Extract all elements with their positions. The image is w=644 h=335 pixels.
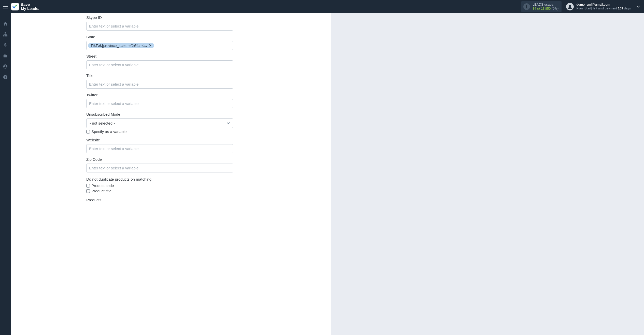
plan-days: 169 <box>618 7 623 10</box>
dedupe-product-code-row[interactable]: Product code <box>86 183 257 188</box>
state-chip[interactable]: TikTok | province_state: «California» ✕ <box>88 43 154 48</box>
logo[interactable] <box>11 3 19 10</box>
svg-point-14 <box>5 65 6 67</box>
sidebar-item-help[interactable]: ? <box>2 74 9 81</box>
field-twitter: Twitter <box>11 93 331 108</box>
label-products: Products <box>86 198 257 202</box>
field-website: Website <box>11 138 331 153</box>
user-email: demo_sml@gmail.com <box>576 3 631 7</box>
home-icon <box>3 21 8 26</box>
usage-stats: 34 of 13'850 (0%) <box>533 7 558 11</box>
input-street[interactable] <box>86 60 233 69</box>
dedupe-options: Product code Product title <box>11 183 331 193</box>
label-product-title[interactable]: Product title <box>91 189 111 193</box>
sidebar-item-home[interactable] <box>2 20 9 27</box>
briefcase-icon <box>3 53 8 58</box>
svg-rect-4 <box>526 6 527 8</box>
chip-remove[interactable]: ✕ <box>149 44 152 47</box>
dedupe-product-title-row[interactable]: Product title <box>86 189 257 193</box>
sidebar-item-connections[interactable] <box>2 31 9 38</box>
sidebar: $ ? <box>0 13 11 335</box>
hamburger-icon <box>3 5 8 8</box>
input-website[interactable] <box>86 144 233 153</box>
usage-text: LEADS usage: 34 of 13'850 (0%) <box>533 3 558 11</box>
svg-point-5 <box>569 5 571 7</box>
label-dedupe: Do not duplicate products on matching <box>86 177 257 181</box>
field-skype: Skype ID <box>11 15 331 31</box>
usage-percent: (0%) <box>552 7 558 10</box>
svg-rect-9 <box>6 35 8 37</box>
usage-label: LEADS usage: <box>533 3 558 7</box>
user-plan: Plan |Start| left until payment 169 days <box>576 7 631 11</box>
chevron-down-icon <box>227 122 230 124</box>
form-card: Skype ID State TikTok | province_state: … <box>11 13 331 335</box>
svg-text:$: $ <box>4 43 6 47</box>
section-products: Products <box>11 198 331 202</box>
plan-prefix: Plan |Start| left until payment <box>576 7 618 10</box>
svg-rect-2 <box>3 8 8 8</box>
input-zip[interactable] <box>86 164 233 172</box>
chevron-down-icon <box>636 5 640 8</box>
sidebar-item-briefcase[interactable] <box>2 52 9 59</box>
usage-total: 13'850 <box>541 7 551 10</box>
svg-rect-11 <box>4 55 7 57</box>
field-unsubscribed-mode: Unsubscribed Mode - not selected - Speci… <box>11 112 331 134</box>
user-avatar-icon <box>566 3 574 10</box>
label-title: Title <box>86 73 257 78</box>
plan-days-suffix: days <box>623 7 631 10</box>
label-zip: Zip Code <box>86 157 257 162</box>
svg-rect-8 <box>5 35 6 37</box>
menu-toggle[interactable] <box>2 3 9 10</box>
usage-box[interactable]: LEADS usage: 34 of 13'850 (0%) <box>521 1 562 12</box>
label-state: State <box>86 35 257 39</box>
input-state[interactable]: TikTok | province_state: «California» ✕ <box>86 41 233 50</box>
user-icon <box>3 64 8 69</box>
svg-rect-7 <box>3 35 5 37</box>
dollar-icon: $ <box>3 43 8 47</box>
usage-used: 34 <box>533 7 536 10</box>
chip-source: TikTok <box>91 44 102 48</box>
label-unsub: Unsubscribed Mode <box>86 112 257 116</box>
label-skype: Skype ID <box>86 15 257 20</box>
chip-separator: | <box>102 44 103 48</box>
svg-rect-12 <box>5 54 6 55</box>
checkmark-icon <box>12 5 18 9</box>
input-twitter[interactable] <box>86 99 233 108</box>
user-box[interactable]: demo_sml@gmail.com Plan |Start| left unt… <box>566 3 640 11</box>
svg-point-3 <box>526 5 527 6</box>
brand-line2: My Leads. <box>21 7 39 11</box>
svg-text:?: ? <box>4 76 6 79</box>
brand-name: Save My Leads. <box>21 3 39 11</box>
checkbox-product-code[interactable] <box>86 184 90 187</box>
sidebar-item-account[interactable] <box>2 63 9 70</box>
user-menu-chevron[interactable] <box>636 4 640 9</box>
info-icon <box>523 3 530 10</box>
checkbox-product-title[interactable] <box>86 189 90 193</box>
usage-of: of <box>537 7 540 10</box>
section-dedupe: Do not duplicate products on matching <box>11 177 331 181</box>
select-unsub[interactable]: - not selected - <box>86 118 233 128</box>
field-state: State TikTok | province_state: «Californ… <box>11 35 331 50</box>
user-text: demo_sml@gmail.com Plan |Start| left unt… <box>576 3 631 11</box>
brand-line1: Save <box>21 3 39 7</box>
select-unsub-value: - not selected - <box>90 121 115 125</box>
input-skype[interactable] <box>86 22 233 31</box>
label-website: Website <box>86 138 257 142</box>
svg-rect-1 <box>3 6 8 7</box>
hierarchy-icon <box>3 32 8 37</box>
input-title[interactable] <box>86 80 233 89</box>
label-product-code[interactable]: Product code <box>91 183 114 188</box>
chip-key: province_state: <box>103 44 127 48</box>
field-zip: Zip Code <box>11 157 331 172</box>
checkbox-specify-variable[interactable] <box>86 130 90 133</box>
chip-value: «California» <box>128 44 147 48</box>
label-specify-variable[interactable]: Specify as a variable <box>91 129 127 134</box>
field-title: Title <box>11 73 331 89</box>
svg-rect-6 <box>5 32 6 33</box>
svg-rect-0 <box>3 5 8 5</box>
topbar: Save My Leads. LEADS usage: 34 of 13'850… <box>0 0 644 13</box>
question-icon: ? <box>3 75 8 79</box>
label-twitter: Twitter <box>86 93 257 97</box>
sidebar-item-billing[interactable]: $ <box>2 42 9 48</box>
unsub-specify-row[interactable]: Specify as a variable <box>86 129 257 134</box>
